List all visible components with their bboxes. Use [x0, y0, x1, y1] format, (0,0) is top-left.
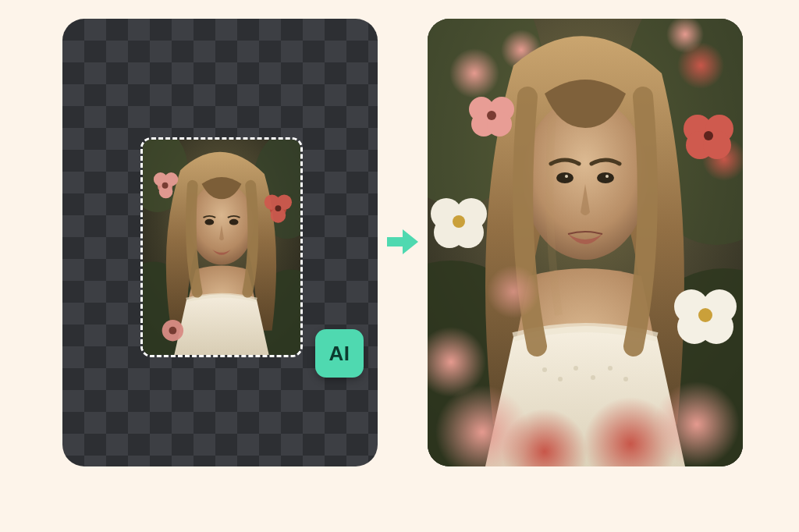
source-image-selection[interactable]: [140, 137, 303, 357]
source-image: [143, 140, 300, 355]
result-image: [428, 19, 743, 466]
arrow-right-icon: [384, 223, 421, 261]
comparison-stage: AI: [0, 0, 799, 532]
svg-point-6: [204, 219, 214, 225]
svg-point-19: [169, 327, 176, 335]
svg-point-17: [275, 205, 282, 211]
after-result: [428, 19, 743, 466]
ai-badge-label: AI: [329, 342, 350, 366]
ai-badge[interactable]: AI: [315, 329, 364, 378]
svg-point-7: [229, 219, 239, 225]
svg-point-12: [162, 183, 169, 189]
before-canvas: AI: [62, 19, 378, 466]
